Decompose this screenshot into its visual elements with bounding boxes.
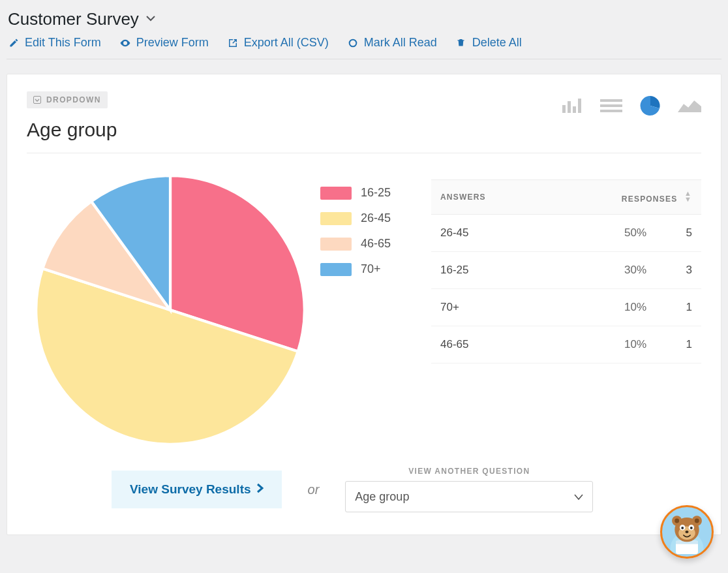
legend-item: 26-45 xyxy=(320,211,425,225)
legend-swatch xyxy=(320,212,352,225)
preview-form-link[interactable]: Preview Form xyxy=(119,36,209,50)
percent-cell: 30% xyxy=(565,252,656,289)
svg-rect-3 xyxy=(568,101,571,113)
answer-cell: 26-45 xyxy=(431,215,565,252)
export-csv-link[interactable]: Export All (CSV) xyxy=(227,36,329,50)
table-row: 70+10%1 xyxy=(431,289,701,326)
responses-table: ANSWERS RESPONSES ▲▼ 26-4550%516-2530%37… xyxy=(431,179,701,364)
legend-swatch xyxy=(320,263,352,276)
panel-footer: View Survey Results or VIEW ANOTHER QUES… xyxy=(27,467,701,512)
responses-header[interactable]: RESPONSES ▲▼ xyxy=(565,180,701,215)
answers-header[interactable]: ANSWERS xyxy=(431,180,565,215)
page-title-row[interactable]: Customer Survey xyxy=(7,5,721,36)
edit-form-link[interactable]: Edit This Form xyxy=(8,36,101,50)
legend-label: 16-25 xyxy=(361,186,391,200)
view-results-label: View Survey Results xyxy=(130,482,251,497)
delete-all-label: Delete All xyxy=(472,36,522,50)
svg-point-15 xyxy=(675,519,679,523)
circle-icon xyxy=(347,37,359,49)
legend-item: 46-65 xyxy=(320,237,425,251)
dropdown-badge-icon xyxy=(33,96,41,104)
toolbar: Edit This Form Preview Form Export All (… xyxy=(7,36,721,59)
question-select[interactable]: Age group xyxy=(345,481,593,512)
chevron-down-icon xyxy=(145,13,156,26)
page-title: Customer Survey xyxy=(8,9,139,29)
svg-point-16 xyxy=(695,519,699,523)
table-row: 16-2530%3 xyxy=(431,252,701,289)
svg-rect-8 xyxy=(600,110,622,112)
export-icon xyxy=(227,37,239,49)
delete-all-link[interactable]: Delete All xyxy=(455,36,522,50)
responses-header-label: RESPONSES xyxy=(622,194,678,204)
legend-item: 16-25 xyxy=(320,186,425,200)
svg-rect-5 xyxy=(578,99,581,113)
answer-cell: 70+ xyxy=(431,289,565,326)
mark-read-link[interactable]: Mark All Read xyxy=(347,36,437,50)
count-cell: 1 xyxy=(656,289,701,326)
svg-point-20 xyxy=(681,527,684,529)
legend-item: 70+ xyxy=(320,262,425,276)
field-type-label: DROPDOWN xyxy=(46,95,101,104)
svg-point-21 xyxy=(690,527,693,529)
divider xyxy=(27,153,701,153)
legend-label: 70+ xyxy=(361,262,381,276)
legend-label: 26-45 xyxy=(361,211,391,225)
pencil-icon xyxy=(8,37,20,49)
sort-icon: ▲▼ xyxy=(684,191,692,202)
svg-rect-1 xyxy=(34,97,41,104)
field-type-badge: DROPDOWN xyxy=(27,91,108,108)
legend-swatch xyxy=(320,238,352,251)
percent-cell: 50% xyxy=(565,215,656,252)
export-csv-label: Export All (CSV) xyxy=(244,36,329,50)
percent-cell: 10% xyxy=(565,289,656,326)
preview-form-label: Preview Form xyxy=(136,36,209,50)
svg-rect-6 xyxy=(600,99,622,102)
svg-rect-2 xyxy=(562,105,566,113)
count-cell: 1 xyxy=(656,326,701,364)
eye-icon xyxy=(119,37,131,49)
trash-icon xyxy=(455,37,467,49)
answer-cell: 46-65 xyxy=(431,326,565,364)
question-title: Age group xyxy=(27,119,117,141)
svg-point-22 xyxy=(685,531,688,533)
or-text: or xyxy=(308,482,320,497)
responses-table-wrap: ANSWERS RESPONSES ▲▼ 26-4550%516-2530%37… xyxy=(431,173,701,364)
list-icon[interactable] xyxy=(599,97,623,115)
answer-cell: 16-25 xyxy=(431,252,565,289)
view-mode-switcher xyxy=(560,91,701,115)
chevron-right-icon xyxy=(256,482,264,497)
edit-form-label: Edit This Form xyxy=(25,36,101,50)
percent-cell: 10% xyxy=(565,326,656,364)
pie-chart xyxy=(27,173,314,447)
count-cell: 5 xyxy=(656,215,701,252)
help-avatar[interactable] xyxy=(660,505,714,559)
table-row: 46-6510%1 xyxy=(431,326,701,364)
count-cell: 3 xyxy=(656,252,701,289)
legend-label: 46-65 xyxy=(361,237,391,251)
another-question: VIEW ANOTHER QUESTION Age group xyxy=(345,467,593,512)
pie-chart-icon[interactable] xyxy=(639,97,662,115)
svg-rect-7 xyxy=(600,104,622,107)
legend-swatch xyxy=(320,187,352,200)
view-survey-results-button[interactable]: View Survey Results xyxy=(112,471,282,508)
bear-mascot-icon xyxy=(665,510,709,554)
mark-read-label: Mark All Read xyxy=(364,36,437,50)
table-row: 26-4550%5 xyxy=(431,215,701,252)
caret-down-icon xyxy=(574,490,583,504)
svg-point-0 xyxy=(349,39,356,46)
area-chart-icon[interactable] xyxy=(678,97,701,115)
question-select-value: Age group xyxy=(355,490,409,504)
results-panel: DROPDOWN Age group xyxy=(7,74,721,535)
bar-chart-icon[interactable] xyxy=(560,97,584,115)
svg-rect-4 xyxy=(573,106,576,113)
another-question-label: VIEW ANOTHER QUESTION xyxy=(345,467,593,476)
legend: 16-2526-4546-6570+ xyxy=(320,173,425,288)
